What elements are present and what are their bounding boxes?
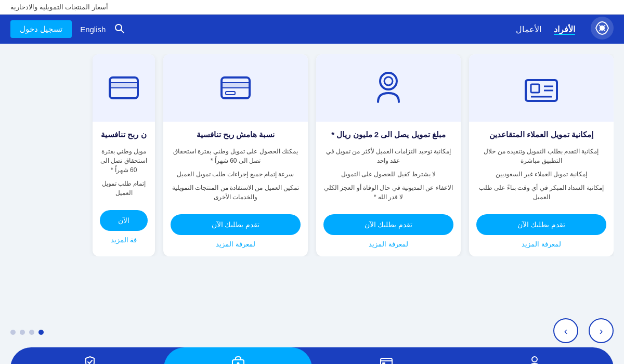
card-1-feature-2: إمكانية تمويل العملاء غير السعوديين — [476, 170, 606, 179]
card-1: إمكانية تمويل العملاء المتقاعدين إمكانية… — [469, 54, 614, 256]
card-2-title: مبلغ تمويل يصل الى 2 مليون ريال * — [325, 130, 451, 139]
card-4-feature-1: مويل وطني بفترة استحقاق تصل الى 60 شهراً… — [100, 147, 148, 175]
prev-arrow-button[interactable]: ‹ — [553, 318, 578, 343]
card-4-features: مويل وطني بفترة استحقاق تصل الى 60 شهراً… — [93, 147, 155, 202]
card-1-title: إمكانية تمويل العملاء المتقاعدين — [483, 130, 600, 139]
card-3-title: نسبة هامش ربح تنافسية — [190, 130, 281, 139]
svg-point-10 — [384, 77, 393, 85]
card-1-feature-3: إمكانية السداد المبكر في أي وقت بناءً عل… — [476, 183, 606, 202]
card-1-feature-1: إمكانية التقدم بطلب التمويل وتنفيذه من خ… — [476, 147, 606, 165]
language-selector[interactable]: English — [80, 25, 106, 34]
svg-point-21 — [237, 362, 239, 364]
main-content: إمكانية تمويل العملاء المتقاعدين إمكانية… — [0, 44, 624, 318]
card-3: نسبة هامش ربح تنافسية يمكنك الحصول على ت… — [163, 54, 308, 256]
card-3-feature-1: يمكنك الحصول على تمويل وطني بفترة استحقا… — [171, 147, 301, 165]
card-2-feature-1: إمكانية توحيد التزامات العميل لأكثر من ت… — [323, 147, 453, 165]
accounts-icon — [527, 355, 542, 365]
dot-4[interactable] — [38, 330, 44, 335]
card-2-features: إمكانية توحيد التزامات العميل لأكثر من ت… — [316, 147, 461, 206]
insurance-icon — [83, 355, 97, 365]
nav-link-business[interactable]: الأعمال — [516, 24, 541, 34]
card-3-icon-area — [163, 54, 308, 122]
card-4-feature-2: إتمام طلب تمويل العميل — [100, 179, 148, 198]
svg-rect-19 — [382, 362, 385, 364]
tab-cards[interactable]: البطاقات — [312, 347, 460, 364]
card-2-feature-2: لا يشترط كفيل للحصول على التمويل — [323, 170, 453, 179]
card-3-feature-2: سرعة إتمام جميع إجراءات طلب تمويل العميل — [171, 170, 301, 179]
login-button[interactable]: تسجيل دخول — [10, 20, 72, 38]
card-1-apply-button[interactable]: تقدم بطلبك الآن — [476, 214, 606, 235]
finance-icon — [231, 355, 245, 365]
card-1-features: إمكانية التقدم بطلب التمويل وتنفيذه من خ… — [469, 147, 614, 206]
card-4-apply-button[interactable]: الآن — [100, 210, 148, 231]
card-1-icon-area — [469, 54, 614, 122]
tab-finance[interactable]: التمويل — [164, 347, 312, 364]
card-2-apply-button[interactable]: تقدم بطلبك الآن — [323, 214, 453, 235]
card-3-feature-3: تمكين العميل من الاستفادة من المنتجات ال… — [171, 183, 301, 202]
top-bar: أسعار المنتجات التمويلية والادخارية — [0, 0, 624, 15]
card-4-more-link[interactable]: فة المزيد — [111, 236, 137, 244]
dot-2[interactable] — [20, 330, 25, 335]
cards-wrapper: إمكانية تمويل العملاء المتقاعدين إمكانية… — [10, 54, 614, 256]
tab-insurance[interactable]: التأمين — [16, 347, 164, 364]
card-2-feature-3: الاعفاء عن المديونية في حال الوفاة أو ال… — [323, 183, 453, 202]
cards-icon — [379, 355, 394, 365]
svg-rect-13 — [226, 92, 235, 95]
logo — [591, 17, 614, 42]
svg-point-16 — [532, 357, 537, 362]
search-icon[interactable] — [114, 23, 124, 36]
dots-and-arrows: ‹ › — [0, 318, 624, 343]
card-1-more-link[interactable]: لمعرفة المزيد — [522, 240, 561, 248]
svg-rect-12 — [222, 83, 250, 88]
top-bar-text: أسعار المنتجات التمويلية والادخارية — [10, 3, 108, 11]
card-2: مبلغ تمويل يصل الى 2 مليون ريال * إمكاني… — [316, 54, 461, 256]
card-4-title: ن ربح تنافسية — [95, 130, 152, 139]
svg-rect-15 — [110, 83, 138, 88]
card-2-more-link[interactable]: لمعرفة المزيد — [369, 240, 408, 248]
svg-rect-5 — [531, 84, 539, 93]
card-4: ن ربح تنافسية مويل وطني بفترة استحقاق تص… — [93, 54, 155, 256]
svg-point-9 — [380, 73, 397, 89]
dot-3[interactable] — [29, 330, 34, 335]
navbar: الأفراد الأعمال تسجيل دخول English — [0, 15, 624, 44]
dot-1[interactable] — [10, 330, 16, 335]
nav-link-individuals[interactable]: الأفراد — [554, 24, 575, 34]
card-3-apply-button[interactable]: تقدم بطلبك الآن — [171, 214, 301, 235]
nav-left: تسجيل دخول English — [10, 20, 124, 38]
card-3-more-link[interactable]: لمعرفة المزيد — [216, 240, 255, 248]
svg-point-2 — [115, 24, 122, 31]
nav-right: الأفراد الأعمال — [516, 17, 614, 42]
svg-line-3 — [121, 30, 124, 33]
card-4-icon-area — [93, 54, 155, 122]
card-3-features: يمكنك الحصول على تمويل وطني بفترة استحقا… — [163, 147, 308, 206]
bottom-tabs: الحسابات البطاقات التمويل — [10, 347, 614, 364]
next-arrow-button[interactable]: › — [589, 318, 614, 343]
tab-accounts[interactable]: الحسابات — [460, 347, 608, 364]
nav-links: الأفراد الأعمال — [516, 24, 575, 34]
dots-row — [10, 322, 44, 339]
card-2-icon-area — [316, 54, 461, 122]
